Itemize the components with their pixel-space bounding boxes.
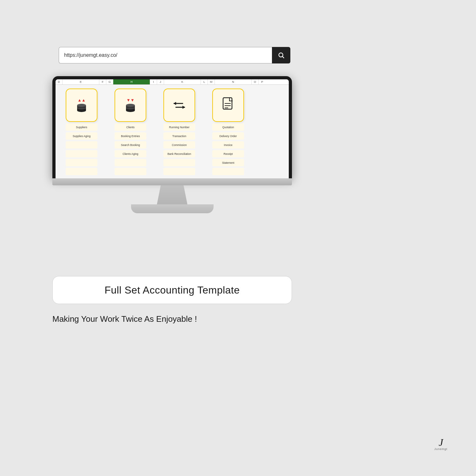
suppliers-empty-2 bbox=[66, 150, 97, 157]
clients-empty-1 bbox=[115, 159, 146, 166]
clients-column: ▼▼ Clients Booking Entries Sear bbox=[115, 89, 146, 175]
col-i-content bbox=[148, 89, 154, 175]
document-icon bbox=[221, 97, 235, 114]
monitor-screen-inner: D E F G H I J K L M N O P bbox=[56, 79, 289, 178]
transaction-column: Running Number Transaction Commission Ba… bbox=[163, 89, 195, 175]
suppliers-item[interactable]: Suppliers bbox=[66, 123, 97, 131]
url-text: https://junemgt.easy.co/ bbox=[64, 52, 117, 58]
col-l-content bbox=[197, 89, 203, 175]
col-i: I bbox=[150, 79, 157, 84]
booking-entries-item[interactable]: Booking Entries bbox=[115, 132, 146, 140]
delivery-order-item[interactable]: Delivery Order bbox=[212, 132, 244, 140]
monitor-neck bbox=[153, 185, 191, 204]
col-d: D bbox=[56, 79, 63, 84]
search-icon bbox=[278, 52, 285, 59]
spreadsheet-body: ▲▲ Suppliers bbox=[56, 85, 289, 178]
brand-logo: J Junemgt bbox=[434, 437, 447, 451]
brand-name: Junemgt bbox=[434, 447, 447, 451]
suppliers-coins-icon bbox=[75, 102, 88, 112]
col-g: G bbox=[106, 79, 113, 84]
clients-item[interactable]: Clients bbox=[115, 123, 146, 131]
col-f: F bbox=[99, 79, 106, 84]
clients-icon-card[interactable]: ▼▼ bbox=[115, 89, 146, 122]
running-number-item[interactable]: Running Number bbox=[163, 123, 195, 131]
transaction-empty-1 bbox=[163, 159, 195, 166]
svg-point-6 bbox=[77, 104, 86, 107]
suppliers-empty-1 bbox=[66, 141, 97, 149]
suppliers-empty-4 bbox=[66, 168, 97, 175]
clients-empty-2 bbox=[115, 168, 146, 175]
col-o: O bbox=[252, 79, 259, 84]
invoice-item[interactable]: Invoice bbox=[212, 141, 244, 149]
col-j: J bbox=[157, 79, 164, 84]
supplies-aging-item[interactable]: Supplies Aging bbox=[66, 132, 97, 140]
clients-aging-item[interactable]: Clients Aging bbox=[115, 150, 146, 157]
col-p: P bbox=[259, 79, 266, 84]
commission-item[interactable]: Commission bbox=[163, 141, 195, 149]
documents-icon-card[interactable] bbox=[212, 89, 244, 122]
monitor-screen-outer: D E F G H I J K L M N O P bbox=[52, 76, 292, 178]
accounting-template-box: Full Set Accounting Template bbox=[52, 276, 292, 304]
chevron-down-icon: ▼▼ bbox=[126, 98, 135, 102]
col-d-content bbox=[58, 89, 64, 175]
col-n: N bbox=[215, 79, 252, 84]
receipt-item[interactable]: Receipt bbox=[212, 150, 244, 157]
statement-item[interactable]: Statement bbox=[212, 159, 244, 166]
monitor-chin bbox=[52, 178, 292, 185]
transaction-arrows-icon bbox=[171, 99, 188, 111]
svg-point-0 bbox=[279, 53, 283, 57]
documents-empty-1 bbox=[212, 168, 244, 175]
monitor: D E F G H I J K L M N O P bbox=[52, 76, 292, 213]
transaction-item[interactable]: Transaction bbox=[163, 132, 195, 140]
col-m: M bbox=[208, 79, 215, 84]
col-o-content bbox=[246, 89, 252, 175]
col-k: K bbox=[164, 79, 201, 84]
suppliers-icon-inner: ▲▲ bbox=[75, 98, 88, 112]
documents-icon-inner bbox=[221, 97, 235, 114]
transaction-icon-card[interactable] bbox=[163, 89, 195, 122]
quotation-item[interactable]: Quotation bbox=[212, 123, 244, 131]
col-e: E bbox=[63, 79, 99, 84]
col-p-content bbox=[254, 89, 259, 175]
suppliers-empty-3 bbox=[66, 159, 97, 166]
col-g-content bbox=[107, 89, 113, 175]
documents-column: Quotation Delivery Order Invoice Receipt… bbox=[212, 89, 244, 175]
transaction-icon-inner bbox=[171, 99, 188, 111]
search-booking-item[interactable]: Search Booking bbox=[115, 141, 146, 149]
brand-j-letter: J bbox=[439, 437, 443, 447]
suppliers-column: ▲▲ Suppliers bbox=[66, 89, 97, 175]
col-j-content bbox=[156, 89, 162, 175]
svg-line-1 bbox=[282, 56, 284, 58]
suppliers-icon-card[interactable]: ▲▲ bbox=[66, 89, 97, 122]
col-m-content bbox=[205, 89, 210, 175]
url-bar[interactable]: https://junemgt.easy.co/ bbox=[59, 47, 272, 63]
url-search-button[interactable] bbox=[272, 47, 290, 63]
svg-marker-13 bbox=[174, 102, 176, 105]
tagline: Making Your Work Twice As Enjoyable ! bbox=[52, 314, 197, 324]
col-l: L bbox=[201, 79, 208, 84]
monitor-base bbox=[131, 204, 214, 213]
transaction-empty-2 bbox=[163, 168, 195, 175]
svg-point-11 bbox=[126, 104, 135, 107]
col-h: H bbox=[113, 79, 150, 84]
accounting-title: Full Set Accounting Template bbox=[104, 284, 240, 296]
svg-marker-15 bbox=[182, 106, 185, 109]
clients-coins-icon bbox=[124, 102, 137, 112]
clients-icon-inner: ▼▼ bbox=[124, 98, 137, 112]
chevron-up-icon: ▲▲ bbox=[77, 98, 86, 102]
spreadsheet-col-header: D E F G H I J K L M N O P bbox=[56, 79, 289, 85]
url-bar-container: https://junemgt.easy.co/ bbox=[59, 47, 290, 63]
col-f-content bbox=[99, 89, 105, 175]
bank-reconciliation-item[interactable]: Bank Reconciliation bbox=[163, 150, 195, 157]
